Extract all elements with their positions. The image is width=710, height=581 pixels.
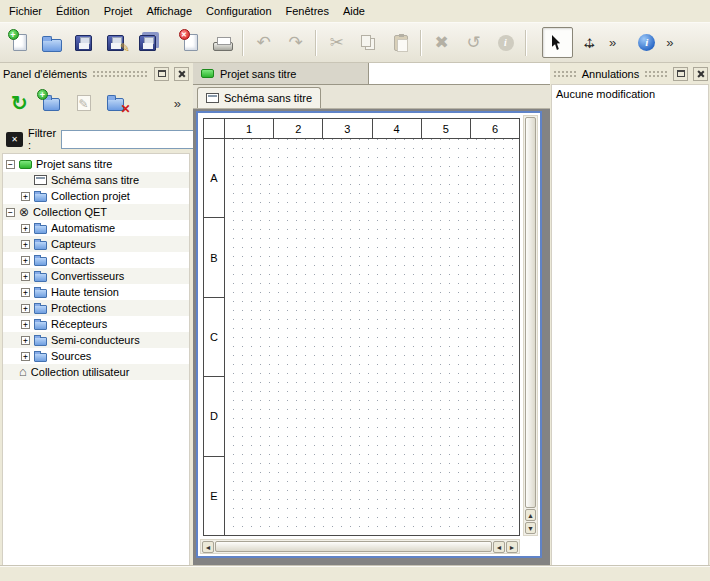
project-tab-label: Projet sans titre: [220, 68, 296, 80]
copy-icon: [361, 35, 371, 47]
tree-item-semi-conducteurs[interactable]: Semi-conducteurs: [3, 332, 189, 348]
row-header: B: [204, 218, 224, 297]
information-button[interactable]: [631, 27, 662, 58]
folder-icon: [34, 321, 47, 330]
delete-element-button[interactable]: [102, 90, 129, 117]
menu-edition[interactable]: Édition: [49, 2, 97, 20]
toolbar-extension-icon[interactable]: »: [663, 35, 676, 50]
move-arrows-icon: ↔↕: [580, 33, 600, 53]
menu-affichage[interactable]: Affichage: [139, 2, 199, 20]
expand-icon[interactable]: [21, 240, 30, 249]
scroll-left-button[interactable]: [202, 541, 214, 553]
paste-button[interactable]: [385, 27, 416, 58]
scroll-up-button[interactable]: [525, 509, 536, 521]
expand-icon[interactable]: [21, 304, 30, 313]
rotate-icon: ↺: [466, 34, 480, 51]
diagram-canvas[interactable]: [225, 139, 519, 535]
expand-icon[interactable]: [21, 352, 30, 361]
toolbar-extension-icon[interactable]: »: [171, 96, 184, 111]
scroll-down-button[interactable]: [525, 522, 536, 534]
save-as-button[interactable]: [100, 27, 131, 58]
scroll-left-button[interactable]: [493, 541, 505, 553]
selection-mode-button[interactable]: [542, 27, 573, 58]
tree-item-recepteurs[interactable]: Récepteurs: [3, 316, 189, 332]
close-dock-button[interactable]: [693, 67, 708, 81]
toolbar-extension-icon[interactable]: »: [606, 35, 619, 50]
menu-fenetres[interactable]: Fenêtres: [279, 2, 336, 20]
tree-item-collection-qet[interactable]: Collection QET: [3, 204, 189, 220]
collapse-icon[interactable]: [6, 160, 15, 169]
tree-item-label: Capteurs: [51, 238, 96, 250]
copy-button[interactable]: [353, 27, 384, 58]
float-dock-button[interactable]: [673, 67, 688, 81]
tree-item-capteurs[interactable]: Capteurs: [3, 236, 189, 252]
tree-item-haute-tension[interactable]: Haute tension: [3, 284, 189, 300]
tree-item-collection-utilisateur[interactable]: Collection utilisateur: [3, 364, 189, 380]
float-dock-button[interactable]: [154, 67, 169, 81]
cursor-arrow-icon: [552, 35, 563, 50]
expand-icon[interactable]: [21, 256, 30, 265]
undo-panel-title: Annulations: [582, 68, 640, 80]
filter-input[interactable]: [61, 130, 211, 149]
undo-empty-message: Aucune modification: [556, 88, 655, 100]
tree-item-sources[interactable]: Sources: [3, 348, 189, 364]
schema-tab[interactable]: Schéma sans titre: [197, 87, 321, 108]
new-project-button[interactable]: [4, 27, 35, 58]
rotate-button[interactable]: ↺: [458, 27, 489, 58]
column-header: 3: [323, 119, 372, 138]
elements-tree[interactable]: Projet sans titre Schéma sans titre Coll…: [2, 153, 190, 566]
tree-item-automatisme[interactable]: Automatisme: [3, 220, 189, 236]
element-info-button[interactable]: [490, 27, 521, 58]
info-disabled-icon: [498, 35, 514, 51]
expand-icon[interactable]: [21, 192, 30, 201]
cut-button[interactable]: ✂: [321, 27, 352, 58]
folder-icon: [34, 353, 47, 362]
tree-item-project[interactable]: Projet sans titre: [3, 156, 189, 172]
menu-projet[interactable]: Projet: [97, 2, 140, 20]
plus-badge-icon: [8, 29, 19, 40]
pan-mode-button[interactable]: ↔↕: [574, 27, 605, 58]
reload-collections-button[interactable]: ↻: [6, 90, 33, 117]
tree-item-convertisseurs[interactable]: Convertisseurs: [3, 268, 189, 284]
new-element-button[interactable]: [38, 90, 65, 117]
collapse-icon[interactable]: [6, 208, 15, 217]
expand-icon[interactable]: [21, 224, 30, 233]
save-all-button[interactable]: [132, 27, 163, 58]
clear-filter-icon[interactable]: [6, 132, 23, 147]
scroll-right-button[interactable]: [506, 541, 518, 553]
dock-drag-handle[interactable]: [553, 70, 577, 78]
undo-button[interactable]: ↶: [248, 27, 279, 58]
edit-element-button[interactable]: [70, 90, 97, 117]
expand-icon[interactable]: [21, 320, 30, 329]
expand-icon[interactable]: [21, 288, 30, 297]
project-window-tabbar: Projet sans titre: [193, 63, 550, 85]
dock-drag-handle[interactable]: [644, 70, 668, 78]
scrollbar-thumb[interactable]: [525, 117, 536, 508]
menu-aide[interactable]: Aide: [336, 2, 372, 20]
expand-icon[interactable]: [21, 272, 30, 281]
menu-configuration[interactable]: Configuration: [199, 2, 278, 20]
delete-button[interactable]: ✖: [426, 27, 457, 58]
tree-item-schema[interactable]: Schéma sans titre: [3, 172, 189, 188]
close-dock-button[interactable]: [174, 67, 189, 81]
scrollbar-thumb[interactable]: [215, 541, 492, 552]
folder-icon: [34, 337, 47, 346]
project-window-tab[interactable]: Projet sans titre: [193, 63, 369, 84]
redo-button[interactable]: ↷: [280, 27, 311, 58]
undo-list[interactable]: Aucune modification: [551, 84, 709, 566]
tree-item-collection-projet[interactable]: Collection projet: [3, 188, 189, 204]
save-button[interactable]: [68, 27, 99, 58]
menu-fichier[interactable]: Fichier: [2, 2, 49, 20]
tree-item-protections[interactable]: Protections: [3, 300, 189, 316]
print-button[interactable]: [207, 27, 238, 58]
close-file-button[interactable]: [175, 27, 206, 58]
dock-drag-handle[interactable]: [92, 70, 149, 78]
expand-icon[interactable]: [21, 336, 30, 345]
open-project-button[interactable]: [36, 27, 67, 58]
tree-item-contacts[interactable]: Contacts: [3, 252, 189, 268]
row-headers: A B C D E: [204, 139, 225, 535]
diagram-view[interactable]: 1 2 3 4 5 6 A B C D E: [196, 111, 542, 558]
tree-item-label: Collection QET: [33, 206, 107, 218]
horizontal-scrollbar[interactable]: [200, 539, 520, 554]
vertical-scrollbar[interactable]: [523, 115, 538, 536]
